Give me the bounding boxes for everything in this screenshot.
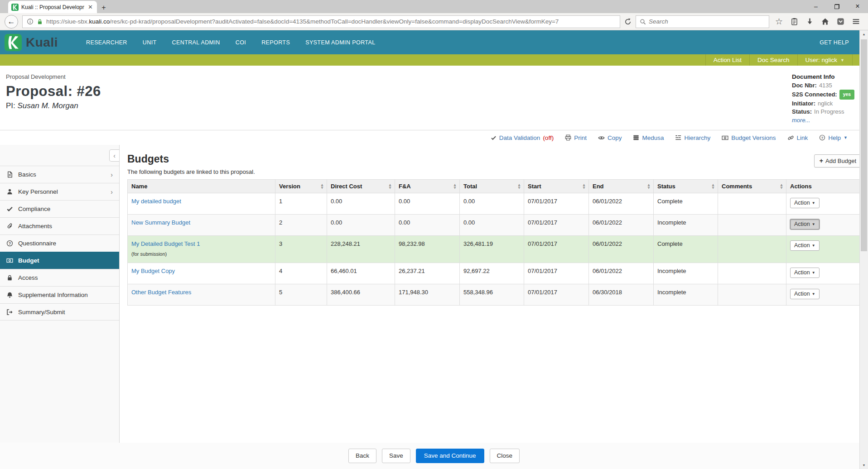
- chevron-down-icon: ▼: [840, 58, 844, 62]
- sidebar-item-basics[interactable]: Basics ›: [0, 166, 119, 183]
- doc-search-link[interactable]: Doc Search: [749, 54, 797, 66]
- page-scrollbar[interactable]: ▲ ▼: [859, 30, 868, 469]
- col-header-end[interactable]: End▵▿: [589, 180, 654, 193]
- hierarchy-button[interactable]: Hierarchy: [675, 134, 710, 141]
- medusa-icon: [633, 134, 639, 141]
- user-menu[interactable]: User: nglick▼: [797, 54, 852, 66]
- budget-row-4: My Budget Copy 4 66,460.01 26,237.21 92,…: [128, 263, 862, 284]
- search-input[interactable]: [649, 18, 765, 25]
- close-button[interactable]: Close: [490, 449, 520, 463]
- nav-central-admin[interactable]: CENTRAL ADMIN: [172, 39, 220, 46]
- reload-icon[interactable]: [624, 18, 632, 25]
- nav-system-admin-portal[interactable]: SYSTEM ADMIN PORTAL: [305, 39, 375, 46]
- action-menu-button[interactable]: Action▼: [790, 268, 820, 278]
- save-and-continue-button[interactable]: Save and Continue: [416, 449, 484, 463]
- doc-nbr-line: Doc Nbr:4135: [792, 81, 867, 90]
- scrollbar-thumb[interactable]: [861, 39, 867, 251]
- copy-button[interactable]: Copy: [598, 134, 622, 141]
- sort-icon[interactable]: ▵▿: [454, 184, 456, 189]
- sort-icon[interactable]: ▵▿: [518, 184, 520, 189]
- budget-name-link[interactable]: My Detailed Budget Test 1: [131, 240, 200, 247]
- sort-icon[interactable]: ▵▿: [583, 184, 585, 189]
- sort-icon[interactable]: ▵▿: [389, 184, 391, 189]
- get-help-link[interactable]: GET HELP: [820, 39, 849, 46]
- sort-icon[interactable]: ▵▿: [781, 184, 782, 189]
- col-header-total[interactable]: Total▵▿: [460, 180, 524, 193]
- printer-icon: [565, 134, 571, 141]
- budget-name-link[interactable]: My Budget Copy: [131, 268, 175, 274]
- scroll-down-arrow[interactable]: ▼: [860, 461, 868, 469]
- print-button[interactable]: Print: [565, 134, 587, 141]
- url-field[interactable]: https://siue-sbx.kuali.co/res/kc-pd-krad…: [22, 15, 620, 28]
- help-menu[interactable]: Help ▼: [819, 134, 848, 141]
- section-title: Budgets: [127, 153, 255, 165]
- more-link[interactable]: more...: [792, 116, 867, 125]
- col-header-status[interactable]: Status▵▿: [654, 180, 718, 193]
- nav-unit[interactable]: UNIT: [143, 39, 157, 46]
- tab-close-icon[interactable]: ✕: [87, 4, 94, 10]
- utility-bar: Action List Doc Search User: nglick▼: [0, 54, 868, 66]
- validation-off-state: (off): [543, 134, 554, 141]
- budget-name-link[interactable]: My detailed budget: [131, 198, 181, 205]
- pocket-icon[interactable]: [837, 18, 844, 25]
- budget-name-link[interactable]: New Summary Budget: [131, 219, 190, 226]
- sidebar-item-access[interactable]: Access: [0, 269, 119, 286]
- sidebar-nav: Basics › Key Personnel › Compliance Atta…: [0, 166, 119, 321]
- kuali-logo[interactable]: [5, 34, 22, 51]
- bookmark-star-icon[interactable]: ☆: [775, 18, 783, 25]
- data-validation-button[interactable]: Data Validation (off): [491, 134, 554, 141]
- medusa-button[interactable]: Medusa: [633, 134, 664, 141]
- new-tab-button[interactable]: +: [97, 2, 111, 13]
- sidebar-item-attachments[interactable]: Attachments: [0, 217, 119, 234]
- nav-researcher[interactable]: RESEARCHER: [86, 39, 127, 46]
- link-button[interactable]: Link: [787, 134, 808, 141]
- sort-icon[interactable]: ▵▿: [648, 184, 650, 189]
- nav-coi[interactable]: COI: [236, 39, 246, 46]
- search-box[interactable]: [636, 15, 769, 28]
- sidebar-item-questionnaire[interactable]: Questionnaire: [0, 234, 119, 252]
- back-button[interactable]: Back: [348, 449, 376, 463]
- home-icon[interactable]: [821, 18, 829, 25]
- search-icon: [640, 19, 646, 25]
- downloads-icon[interactable]: [806, 18, 814, 25]
- window-restore-button[interactable]: [826, 0, 847, 13]
- action-menu-button[interactable]: Action▼: [790, 219, 820, 230]
- save-button[interactable]: Save: [382, 449, 410, 463]
- sidebar-collapse-button[interactable]: ‹: [109, 149, 119, 162]
- add-budget-button[interactable]: + Add Budget: [814, 154, 862, 168]
- action-menu-button[interactable]: Action▼: [790, 289, 820, 299]
- site-info-icon[interactable]: [27, 18, 34, 25]
- col-header-fa[interactable]: F&A▵▿: [395, 180, 460, 193]
- sidebar: ‹ Basics › Key Personnel › Compliance: [0, 145, 120, 443]
- budget-name-link[interactable]: Other Budget Features: [131, 289, 191, 296]
- action-list-link[interactable]: Action List: [705, 54, 749, 66]
- col-header-direct-cost[interactable]: Direct Cost▵▿: [327, 180, 395, 193]
- action-menu-button[interactable]: Action▼: [790, 198, 820, 208]
- back-button[interactable]: ←: [5, 15, 18, 29]
- main-nav: RESEARCHER UNIT CENTRAL ADMIN COI REPORT…: [86, 39, 376, 46]
- bookmarks-sidebar-icon[interactable]: [791, 18, 798, 25]
- sidebar-item-compliance[interactable]: Compliance: [0, 200, 119, 217]
- sidebar-item-supplemental-information[interactable]: Supplemental Information: [0, 286, 119, 303]
- chevron-down-icon: ▼: [812, 244, 815, 248]
- https-lock-icon[interactable]: [37, 19, 43, 25]
- sidebar-item-key-personnel[interactable]: Key Personnel ›: [0, 183, 119, 200]
- budget-versions-button[interactable]: Budget Versions: [722, 134, 776, 141]
- budget-row-1: My detailed budget 1 0.00 0.00 0.00 07/0…: [128, 193, 862, 215]
- browser-tab[interactable]: Kuali :: Proposal Developme ✕: [8, 1, 97, 13]
- section-subtitle: The following budgets are linked to this…: [127, 168, 255, 175]
- sort-icon[interactable]: ▵▿: [321, 184, 323, 189]
- col-header-comments[interactable]: Comments▵▿: [718, 180, 786, 193]
- col-header-start[interactable]: Start▵▿: [524, 180, 589, 193]
- nav-reports[interactable]: REPORTS: [261, 39, 290, 46]
- scroll-up-arrow[interactable]: ▲: [860, 30, 868, 38]
- action-menu-button[interactable]: Action▼: [790, 240, 820, 251]
- window-minimize-button[interactable]: –: [805, 0, 826, 13]
- menu-hamburger-icon[interactable]: [852, 18, 860, 25]
- sidebar-item-summary-submit[interactable]: Summary/Submit: [0, 303, 119, 321]
- sort-icon[interactable]: ▵▿: [712, 184, 714, 189]
- browser-action-icons: ☆: [773, 18, 863, 25]
- window-close-button[interactable]: ×: [847, 0, 868, 13]
- sidebar-item-budget[interactable]: Budget: [0, 252, 119, 269]
- col-header-version[interactable]: Version▵▿: [275, 180, 327, 193]
